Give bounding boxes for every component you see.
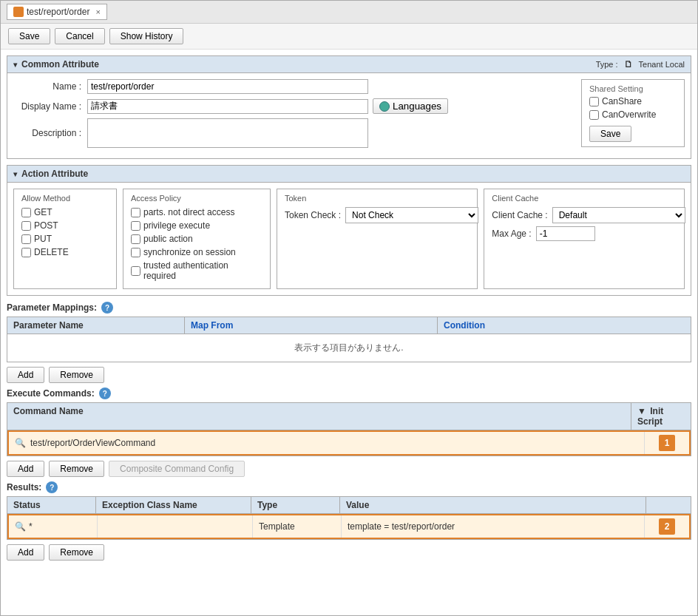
description-input[interactable] [87,118,368,148]
type-label-text: Type : [596,60,618,69]
execute-commands-composite-button: Composite Command Config [109,461,245,477]
common-section-inner: Name : Display Name : Languages [13,79,685,152]
execute-commands-btn-row: Add Remove Composite Command Config [7,461,691,477]
results-row-0-exception-cell [98,515,253,538]
synchronize-on-session-checkbox[interactable] [131,248,140,257]
exec-sort-arrow: ▼ [637,406,646,416]
shared-setting-title: Shared Setting [589,84,677,93]
toolbar: Save Cancel Show History [1,24,697,50]
description-row: Description : [13,118,559,148]
post-row: POST [21,220,109,231]
execute-commands-remove-button[interactable]: Remove [49,461,104,477]
show-history-button[interactable]: Show History [109,28,184,44]
display-name-input[interactable] [87,99,368,114]
results-row-0-status: * [29,521,33,532]
param-col-mapfrom: Map From [185,317,438,334]
parameter-mappings-remove-button[interactable]: Remove [49,367,104,383]
post-label: POST [34,220,58,231]
put-checkbox[interactable] [21,234,31,244]
action-attribute-arrow: ▾ [13,170,17,178]
execute-commands-help-icon[interactable]: ? [99,387,111,399]
privilege-execute-checkbox[interactable] [131,221,140,231]
action-attribute-body: Allow Method GET POST PUT [7,183,691,296]
results-row-0-number: 2 [659,518,675,535]
exec-row-0[interactable]: 🔍 test/report/OrderViewCommand 1 [7,430,691,456]
parameter-mappings-empty: 表示する項目がありません. [7,334,691,362]
max-age-input[interactable] [536,226,595,241]
can-share-checkbox[interactable] [589,97,599,106]
tab-title: test/report/order [27,7,89,17]
tab-close-button[interactable]: × [95,7,100,16]
execute-commands-section: Execute Commands: ? Command Name ▼ Init … [7,387,691,477]
parts-not-direct-row: parts. not direct access [131,207,262,217]
parameter-mappings-add-button[interactable]: Add [7,367,44,383]
results-section: Results: ? Status Exception Class Name T… [7,481,691,561]
allow-method-group: Allow Method GET POST PUT [13,189,117,289]
globe-icon [379,101,390,112]
results-row-0-value: template = test/report/order [348,521,455,532]
exec-row-0-number: 1 [659,435,675,451]
results-add-button[interactable]: Add [7,544,44,561]
token-check-select[interactable]: Not Check Check Check Or Anonymous [345,207,478,223]
parameter-mappings-header-row: Parameter Mappings: ? [7,302,691,314]
results-col-type: Type [251,497,340,513]
delete-label: DELETE [34,247,69,257]
results-table-header: Status Exception Class Name Type Value [7,497,691,514]
results-row-0-type: Template [259,521,295,532]
parts-not-direct-label: parts. not direct access [143,207,234,217]
parts-not-direct-checkbox[interactable] [131,208,140,217]
cancel-button[interactable]: Cancel [55,28,104,44]
results-col-value: Value [340,497,646,513]
execute-commands-title: Execute Commands: [7,388,95,399]
trusted-auth-checkbox[interactable] [131,266,140,276]
results-col-status: Status [7,497,96,513]
results-help-icon[interactable]: ? [46,481,58,493]
token-check-label: Token Check : [285,210,341,220]
name-row: Name : [13,79,559,94]
execute-commands-add-button[interactable]: Add [7,461,44,477]
public-action-label: public action [143,234,193,244]
shared-save-button[interactable]: Save [589,126,631,142]
exec-row-0-name-cell: 🔍 test/report/OrderViewCommand [9,432,645,454]
display-name-label: Display Name : [13,101,87,112]
param-col-condition: Condition [438,317,691,334]
can-share-row: CanShare [589,96,677,106]
parameter-mappings-help-icon[interactable]: ? [101,302,113,314]
delete-checkbox[interactable] [21,248,31,257]
synchronize-on-session-row: synchronize on session [131,247,262,257]
results-table: Status Exception Class Name Type Value 🔍… [7,496,691,540]
type-value: Tenant Local [639,60,685,69]
token-title: Token [285,194,470,203]
save-button[interactable]: Save [8,28,50,44]
parameter-mappings-table-header: Parameter Name Map From Condition [7,317,691,334]
results-remove-button[interactable]: Remove [49,544,104,561]
execute-commands-header-row: Execute Commands: ? [7,387,691,399]
privilege-execute-row: privilege execute [131,220,262,231]
results-title: Results: [7,482,41,493]
action-attribute-section: ▾ Action Attribute Allow Method GET PO [7,165,691,296]
results-row-0[interactable]: 🔍 * Template template = test/report/orde… [7,514,691,539]
description-label: Description : [13,128,87,138]
parameter-mappings-section: Parameter Mappings: ? Parameter Name Map… [7,302,691,383]
results-row-0-type-cell: Template [253,515,342,538]
client-cache-select[interactable]: Default No Cache Private Public [552,207,685,223]
languages-button[interactable]: Languages [373,98,448,114]
parameter-mappings-title: Parameter Mappings: [7,302,97,313]
tab-test-report-order[interactable]: test/report/order × [7,4,107,20]
common-attribute-header[interactable]: ▾ Common Attribute Type : 🗋 Tenant Local [7,55,691,73]
client-cache-label: Client Cache : [492,210,547,220]
action-attribute-header[interactable]: ▾ Action Attribute [7,165,691,183]
get-checkbox[interactable] [21,208,31,217]
post-checkbox[interactable] [21,221,31,231]
languages-label: Languages [393,101,441,112]
name-input[interactable] [87,79,368,94]
can-overwrite-checkbox[interactable] [589,110,599,120]
token-group: Token Token Check : Not Check Check Chec… [277,189,478,289]
parameter-mappings-btn-row: Add Remove [7,367,691,383]
privilege-execute-label: privilege execute [143,220,210,231]
public-action-checkbox[interactable] [131,234,140,244]
parameter-mappings-table: Parameter Name Map From Condition 表示する項目… [7,317,691,362]
get-label: GET [34,207,52,217]
results-row-0-number-cell: 2 [645,515,689,538]
results-col-num [646,497,691,513]
